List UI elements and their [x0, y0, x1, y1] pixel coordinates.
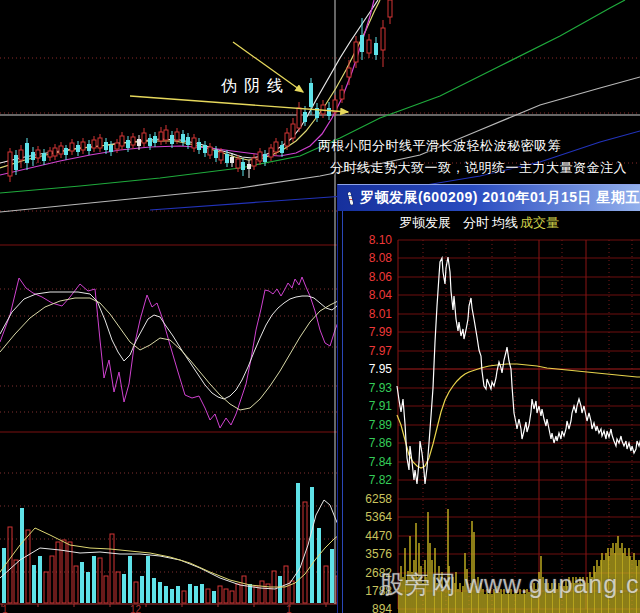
svg-text:1: 1 — [2, 604, 8, 613]
tab-time[interactable]: 分时 — [463, 214, 489, 232]
note-line1: 两根小阳分时线平滑长波轻松波秘密吸筹 — [318, 137, 561, 155]
svg-text:8.04: 8.04 — [369, 288, 393, 302]
app-screen: 1121 伪阴线 两根小阳分时线平滑长波轻松波秘密吸筹 分时线走势大致一致，说明… — [0, 0, 640, 613]
svg-text:3576: 3576 — [365, 547, 392, 561]
svg-text:7.95: 7.95 — [369, 362, 393, 376]
svg-text:12: 12 — [130, 604, 142, 613]
svg-text:7.91: 7.91 — [369, 399, 393, 413]
svg-text:8.08: 8.08 — [369, 251, 393, 265]
intraday-window: 罗顿发展(600209) 2010年01月15日 星期五 罗顿发展 分时 均线 … — [337, 184, 640, 613]
window-titlebar[interactable]: 罗顿发展(600209) 2010年01月15日 星期五 — [338, 185, 640, 211]
osc-white — [0, 292, 344, 399]
window-icon — [347, 191, 353, 204]
intraday-stock-name: 罗顿发展 — [399, 214, 451, 232]
fake-yin-annotation: 伪阴线 — [221, 76, 290, 97]
svg-text:7.97: 7.97 — [369, 344, 393, 358]
vol-ma-white — [0, 500, 344, 589]
intraday-chart: 8.108.088.068.048.017.997.977.957.937.91… — [343, 211, 640, 613]
vol-ma-yellow — [0, 528, 344, 587]
price-axis-labels: 8.108.088.068.048.017.997.977.957.937.91… — [369, 233, 393, 487]
svg-text:8.01: 8.01 — [369, 307, 393, 321]
svg-text:6258: 6258 — [365, 492, 392, 506]
watermark: 股旁网 www.gupang.com — [379, 568, 640, 601]
svg-text:8.10: 8.10 — [369, 233, 393, 247]
svg-text:7.99: 7.99 — [369, 325, 393, 339]
svg-text:8.06: 8.06 — [369, 270, 393, 284]
note-line2: 分时线走势大致一致，说明统一主力大量资金注入 — [330, 159, 627, 177]
svg-text:5364: 5364 — [365, 510, 392, 524]
window-body: 罗顿发展 分时 均线 成交量 8.108.088.068.048.017.997… — [342, 211, 640, 613]
svg-text:7.89: 7.89 — [369, 418, 393, 432]
price-line — [397, 257, 640, 484]
osc-magenta — [0, 277, 344, 428]
svg-text:7.84: 7.84 — [369, 455, 393, 469]
tab-ma[interactable]: 均线 — [492, 214, 518, 232]
osc-cream — [0, 298, 344, 410]
svg-text:894: 894 — [372, 602, 392, 613]
svg-text:4470: 4470 — [365, 529, 392, 543]
svg-text:7.82: 7.82 — [369, 473, 393, 487]
svg-text:7.93: 7.93 — [369, 381, 393, 395]
svg-text:1: 1 — [286, 604, 292, 613]
tab-volume[interactable]: 成交量 — [520, 214, 559, 232]
svg-text:7.86: 7.86 — [369, 436, 393, 450]
window-title: 罗顿发展(600209) 2010年01月15日 星期五 — [360, 189, 640, 207]
